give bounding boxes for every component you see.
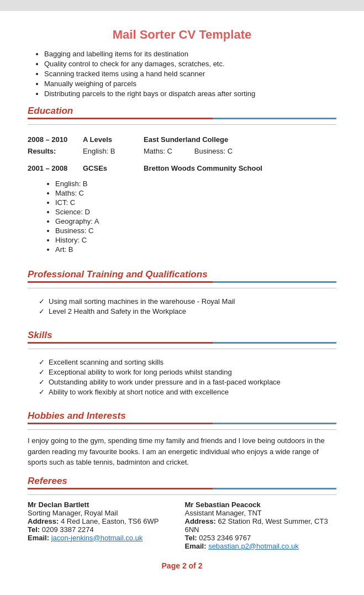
education-title: Education bbox=[28, 106, 336, 117]
edu-years-1: 2008 – 2010 bbox=[28, 134, 83, 145]
referee-1-title: Sorting Manager, Royal Mail bbox=[28, 509, 180, 517]
divider-red bbox=[28, 118, 213, 119]
skills-header: Skills bbox=[28, 330, 336, 341]
referee-2-email-label: Email: bbox=[185, 542, 207, 550]
gcse-item-2: Maths: C bbox=[55, 189, 336, 197]
hobbies-header: Hobbies and Interests bbox=[28, 410, 336, 422]
skills-divider-red bbox=[28, 342, 213, 344]
edu-results-label: Results: bbox=[28, 145, 83, 157]
hobbies-title: Hobbies and Interests bbox=[28, 410, 336, 422]
edu-school-1: East Sunderland College bbox=[144, 134, 336, 145]
education-line bbox=[28, 124, 336, 125]
edu-results-english: English: B bbox=[83, 145, 144, 157]
referee-1-address-line: Address: 4 Red Lane, Easton, TS6 6WP bbox=[28, 517, 180, 525]
skills-check-list: Excellent scanning and sorting skills Ex… bbox=[28, 358, 336, 396]
training-item-1: Using mail sorting machines in the wareh… bbox=[39, 297, 336, 306]
page-title: Mail Sorter CV Template bbox=[28, 28, 336, 42]
education-header: Education bbox=[28, 106, 336, 117]
training-header: Professional Training and Qualifications bbox=[28, 269, 336, 280]
intro-item-2: Quality control to check for any damages… bbox=[44, 60, 336, 68]
referees-title: Referees bbox=[28, 476, 336, 487]
education-content: 2008 – 2010 A Levels East Sunderland Col… bbox=[28, 130, 336, 261]
skills-content: Excellent scanning and sorting skills Ex… bbox=[28, 355, 336, 403]
skill-item-3: Outstanding ability to work under pressu… bbox=[39, 378, 336, 386]
training-content: Using mail sorting machines in the wareh… bbox=[28, 294, 336, 322]
training-item-2: Level 2 Health and Safety in the Workpla… bbox=[39, 307, 336, 315]
gcse-item-1: English: B bbox=[55, 180, 336, 188]
referee-2-address-line: Address: 62 Station Rd, West Summer, CT3… bbox=[185, 517, 337, 534]
referee-2-address-label: Address: bbox=[185, 517, 216, 525]
gcse-item-3: ICT: C bbox=[55, 198, 336, 207]
training-divider-red bbox=[28, 281, 213, 283]
education-table-2: 2001 – 2008 GCSEs Bretton Woods Communit… bbox=[28, 162, 336, 174]
skill-item-1: Excellent scanning and sorting skills bbox=[39, 358, 336, 366]
training-check-list: Using mail sorting machines in the wareh… bbox=[28, 297, 336, 315]
referee-1-email-label: Email: bbox=[28, 534, 49, 542]
hobbies-divider-red bbox=[28, 423, 213, 424]
referee-1-address: 4 Red Lane, Easton, TS6 6WP bbox=[61, 517, 159, 525]
education-row-1: 2008 – 2010 A Levels East Sunderland Col… bbox=[28, 134, 336, 145]
edu-qual-2: GCSEs bbox=[83, 162, 144, 174]
intro-bullet-list: Bagging and labelling items for its dest… bbox=[28, 50, 336, 98]
gcse-item-7: History: C bbox=[55, 236, 336, 244]
referee-2-tel: 0253 2346 9767 bbox=[199, 534, 251, 542]
referee-1-tel-label: Tel: bbox=[28, 525, 40, 534]
skills-line bbox=[28, 349, 336, 349]
referee-1: Mr Declan Bartlett Sorting Manager, Roya… bbox=[28, 501, 180, 550]
referee-2-email-line: Email: sebastian.p2@hotmail.co.uk bbox=[185, 542, 337, 550]
gcse-item-6: Business: C bbox=[55, 227, 336, 235]
education-divider bbox=[28, 118, 336, 120]
hobbies-text: I enjoy going to the gym, spending time … bbox=[28, 435, 336, 468]
gcse-bullet-list: English: B Maths: C ICT: C Science: D Ge… bbox=[28, 180, 336, 254]
hobbies-divider-blue bbox=[213, 423, 336, 424]
skills-divider-blue bbox=[213, 342, 336, 344]
intro-item-4: Manually weighing of parcels bbox=[44, 80, 336, 88]
edu-results-rest: Maths: C Business: C bbox=[144, 145, 336, 157]
gcse-item-8: Art: B bbox=[55, 245, 336, 254]
gcse-item-5: Geography: A bbox=[55, 217, 336, 225]
intro-item-1: Bagging and labelling items for its dest… bbox=[44, 50, 336, 58]
gcse-item-4: Science: D bbox=[55, 208, 336, 216]
referees-header: Referees bbox=[28, 476, 336, 487]
education-results-row: Results: English: B Maths: C Business: C bbox=[28, 145, 336, 157]
skill-item-4: Ability to work flexibly at short notice… bbox=[39, 388, 336, 396]
referee-1-tel: 0209 3387 2274 bbox=[42, 525, 94, 534]
referee-2: Mr Sebastian Peacock Assistant Manager, … bbox=[185, 501, 337, 550]
referee-2-email[interactable]: sebastian.p2@hotmail.co.uk bbox=[208, 542, 299, 550]
training-divider-blue bbox=[213, 281, 336, 283]
referee-2-name: Mr Sebastian Peacock bbox=[185, 501, 337, 509]
page-number: Page 2 of 2 bbox=[28, 561, 336, 570]
divider-blue bbox=[213, 118, 336, 119]
referee-2-tel-label: Tel: bbox=[185, 534, 197, 542]
training-line bbox=[28, 288, 336, 288]
training-title: Professional Training and Qualifications bbox=[28, 269, 336, 280]
education-table-1: 2008 – 2010 A Levels East Sunderland Col… bbox=[28, 134, 336, 157]
cv-page: Mail Sorter CV Template Bagging and labe… bbox=[0, 11, 364, 595]
training-divider bbox=[28, 281, 336, 283]
referee-1-address-label: Address: bbox=[28, 517, 59, 525]
referee-1-email[interactable]: jacon-jenkins@hotmail.co.uk bbox=[51, 534, 143, 542]
referee-1-tel-line: Tel: 0209 3387 2274 bbox=[28, 525, 180, 534]
edu-years-2: 2001 – 2008 bbox=[28, 162, 83, 174]
skill-item-2: Exceptional ability to work for long per… bbox=[39, 368, 336, 376]
referee-2-title: Assistant Manager, TNT bbox=[185, 509, 337, 517]
intro-item-3: Scanning tracked items using a hand held… bbox=[44, 70, 336, 78]
edu-qual-1: A Levels bbox=[83, 134, 144, 145]
referees-grid: Mr Declan Bartlett Sorting Manager, Roya… bbox=[28, 501, 336, 550]
intro-item-5: Distributing parcels to the right bays o… bbox=[44, 89, 336, 98]
referees-divider-red bbox=[28, 488, 213, 489]
referee-1-email-line: Email: jacon-jenkins@hotmail.co.uk bbox=[28, 534, 180, 542]
referees-line bbox=[28, 494, 336, 495]
hobbies-divider bbox=[28, 423, 336, 425]
referee-2-tel-line: Tel: 0253 2346 9767 bbox=[185, 534, 337, 542]
referees-divider bbox=[28, 488, 336, 490]
referees-divider-blue bbox=[213, 488, 336, 489]
skills-divider bbox=[28, 342, 336, 344]
edu-school-2: Bretton Woods Community School bbox=[144, 162, 336, 174]
education-row-2: 2001 – 2008 GCSEs Bretton Woods Communit… bbox=[28, 162, 336, 174]
hobbies-line bbox=[28, 429, 336, 430]
skills-title: Skills bbox=[28, 330, 336, 341]
referee-1-name: Mr Declan Bartlett bbox=[28, 501, 180, 509]
